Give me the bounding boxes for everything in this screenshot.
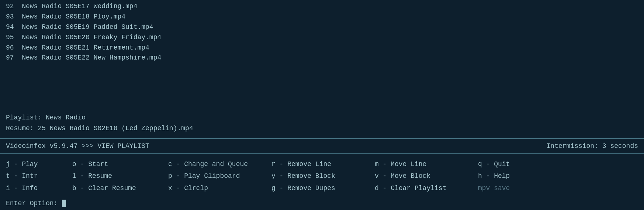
enter-option-section: Enter Option:	[0, 196, 644, 210]
shortcut-y-remove-block: y - Remove Block	[271, 171, 375, 182]
shortcut-b-clear-resume: b - Clear Resume	[72, 183, 168, 194]
shortcut-p-play-clipboard: p - Play Clipboard	[168, 171, 271, 182]
playlist-line-6: 97 News Radio S05E22 New Hampshire.mp4	[6, 53, 638, 63]
playlist-resume: Resume: 25 News Radio S02E18 (Led Zeppel…	[6, 123, 638, 134]
shortcut-c-change: c - Change and Queue	[168, 159, 271, 170]
playlist-line-3: 94 News Radio S05E19 Padded Suit.mp4	[6, 22, 638, 33]
shortcut-o-start: o - Start	[72, 159, 168, 170]
shortcut-d-clear-playlist: d - Clear Playlist	[375, 183, 478, 194]
shortcut-mpv-save: mpv save	[478, 183, 638, 194]
status-left: Videoinfox v5.9.47 >>> VIEW PLAYLIST	[6, 142, 149, 150]
shortcut-h-help: h - Help	[478, 171, 638, 182]
status-right: Intermission: 3 seconds	[547, 142, 638, 150]
playlist-info: Playlist: News Radio Resume: 25 News Rad…	[0, 109, 644, 137]
shortcuts-section: j - Play o - Start c - Change and Queue …	[0, 155, 644, 196]
playlist-line-5: 96 News Radio S05E21 Retirement.mp4	[6, 43, 638, 53]
playlist-line-2: 93 News Radio S05E18 Ploy.mp4	[6, 12, 638, 22]
main-container: 92 News Radio S05E17 Wedding.mp4 93 News…	[0, 0, 644, 210]
shortcut-g-remove-dupes: g - Remove Dupes	[271, 183, 375, 194]
cursor[interactable]	[62, 200, 66, 207]
shortcut-v-move-block: v - Move Block	[375, 171, 478, 182]
enter-option-label: Enter Option:	[6, 200, 62, 207]
shortcut-r-remove-line: r - Remove Line	[271, 159, 375, 170]
shortcut-q-quit: q - Quit	[478, 159, 638, 170]
shortcut-j-play: j - Play	[6, 159, 72, 170]
shortcut-t-intr: t - Intr	[6, 171, 72, 182]
shortcut-x-clrclp: x - Clrclp	[168, 183, 271, 194]
status-bar: Videoinfox v5.9.47 >>> VIEW PLAYLIST Int…	[0, 140, 644, 152]
shortcut-l-resume: l - Resume	[72, 171, 168, 182]
shortcut-m-move-line: m - Move Line	[375, 159, 478, 170]
shortcut-i-info: i - Info	[6, 183, 72, 194]
playlist-section: 92 News Radio S05E17 Wedding.mp4 93 News…	[0, 0, 644, 109]
playlist-name: Playlist: News Radio	[6, 112, 638, 123]
playlist-line-1: 92 News Radio S05E17 Wedding.mp4	[6, 1, 638, 12]
divider-1	[0, 138, 644, 139]
playlist-line-4: 95 News Radio S05E20 Freaky Friday.mp4	[6, 33, 638, 43]
divider-2	[0, 153, 644, 154]
